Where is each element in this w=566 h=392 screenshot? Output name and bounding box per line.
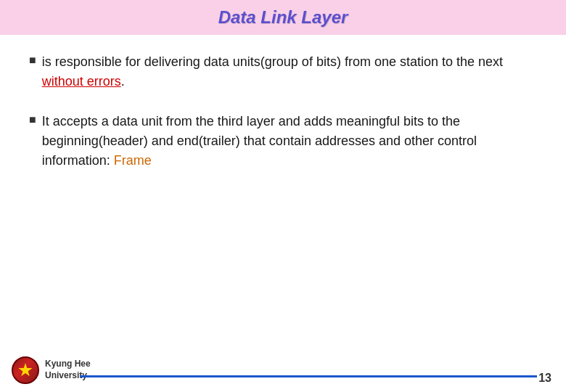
- bullet1-suffix: .: [121, 74, 125, 89]
- content-area: ■ is responsible for delivering data uni…: [0, 52, 566, 171]
- page-number: 13: [538, 372, 551, 385]
- bullet2-highlight: Frame: [114, 153, 152, 168]
- footer-text-block: Kyung Hee University: [45, 359, 91, 381]
- footer-divider-line: [80, 375, 537, 377]
- bullet-2: ■ It accepts a data unit from the third …: [29, 112, 537, 171]
- bullet1-highlight: without errors: [42, 74, 121, 89]
- slide: Data Link Layer ■ is responsible for del…: [0, 0, 566, 392]
- bullet-text-1: is responsible for delivering data units…: [42, 52, 537, 91]
- bullet1-prefix: is responsible for delivering data units…: [42, 54, 503, 69]
- slide-title: Data Link Layer: [218, 7, 348, 27]
- university-logo: [12, 356, 39, 384]
- logo-star: [18, 363, 33, 377]
- bullet-1: ■ is responsible for delivering data uni…: [29, 52, 537, 91]
- footer-logo-area: Kyung Hee University: [12, 356, 91, 384]
- bullet2-prefix: It accepts a data unit from the third la…: [42, 114, 477, 168]
- bullet-icon-2: ■: [29, 113, 36, 126]
- bullet-icon-1: ■: [29, 54, 36, 67]
- title-bar: Data Link Layer: [0, 0, 566, 35]
- university-name-line1: Kyung Hee: [45, 359, 91, 370]
- footer: Kyung Hee University 13: [0, 354, 566, 392]
- bullet-text-2: It accepts a data unit from the third la…: [42, 112, 537, 171]
